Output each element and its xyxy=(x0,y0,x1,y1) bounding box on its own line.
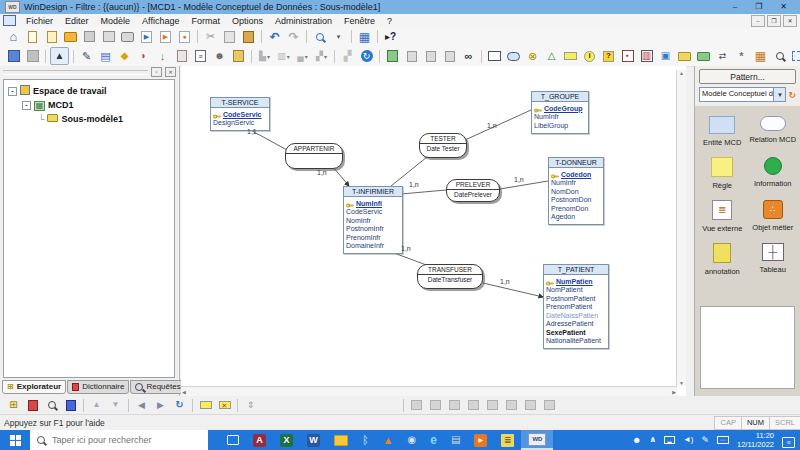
copy-document-icon[interactable] xyxy=(43,29,60,45)
page-next-icon[interactable] xyxy=(422,48,439,64)
tab-dictionnaire[interactable]: Dictionnaire xyxy=(67,380,129,394)
disabled-tool-5-icon[interactable] xyxy=(484,397,501,413)
paste-icon[interactable] xyxy=(240,29,257,45)
taskbar-vlc-icon[interactable]: ▲ xyxy=(376,430,401,450)
taskbar-printer-icon[interactable]: ▤ xyxy=(444,430,467,450)
distribute-icon[interactable]: ▞▾ xyxy=(313,48,330,64)
taskbar-file-explorer-icon[interactable] xyxy=(327,430,355,450)
auto-layout-icon[interactable]: ▤ xyxy=(97,48,114,64)
disabled-tool-1-icon[interactable] xyxy=(408,397,425,413)
relation-PRELEVER[interactable]: PRELEVERDatePrelever xyxy=(446,179,500,202)
draw-pen-icon[interactable]: ✎ xyxy=(78,48,95,64)
palette-item-tableau[interactable]: ┼Tableau xyxy=(748,239,799,278)
tree-item-mcd1[interactable]: - ▦ MCD1 xyxy=(4,98,174,112)
diagram-canvas[interactable]: T-SERVICECodeServicDesignServicT_GROUPEC… xyxy=(181,66,686,396)
search-input[interactable] xyxy=(50,434,184,446)
panel-grip[interactable] xyxy=(3,70,148,75)
menu-editer[interactable]: Editer xyxy=(59,16,95,26)
move-down-icon[interactable]: ▼ xyxy=(107,397,124,413)
relation-TRANSFUSER[interactable]: TRANSFUSERDateTransfuser xyxy=(417,264,483,289)
new-inheritance-icon[interactable]: △ xyxy=(543,48,560,64)
new-table-icon[interactable]: ▥ xyxy=(638,48,655,64)
collapse-icon[interactable]: - xyxy=(22,101,31,110)
new-link-icon[interactable]: ▪ xyxy=(619,48,636,64)
pattern-type-dropdown[interactable]: Modèle Conceptuel de Dor ▼ xyxy=(699,87,786,102)
print-icon[interactable] xyxy=(119,29,136,45)
tray-expand-icon[interactable]: ∧ xyxy=(649,436,656,444)
relation-APPARTENIR[interactable]: APPARTENIR xyxy=(285,143,343,169)
taskbar-word-icon[interactable]: W xyxy=(300,430,327,450)
tray-keyboard-icon[interactable]: ⋯ xyxy=(717,436,729,444)
zoom-icon[interactable] xyxy=(311,29,328,45)
copy-reference-icon[interactable]: ⇄ xyxy=(714,48,731,64)
undo-icon[interactable]: ↶ xyxy=(266,29,283,45)
palette-item-objet-metier[interactable]: ∴Objet métier xyxy=(748,196,799,235)
collapse-icon[interactable]: - xyxy=(8,87,17,96)
dictionary-book-icon[interactable] xyxy=(24,397,41,413)
tab-explorateur[interactable]: ⊞Explorateur xyxy=(2,380,66,394)
palette-item-information[interactable]: Information xyxy=(748,153,799,192)
entity-T_GROUPE[interactable]: T_GROUPECodeGroupNumInfrLibelGroup xyxy=(531,91,589,134)
taskbar-excel-icon[interactable]: X xyxy=(273,430,300,450)
import-model-icon[interactable]: ▶ xyxy=(138,29,155,45)
tree-item-sous-modele1[interactable]: └ Sous-modèle1 xyxy=(4,112,174,126)
menu-affichage[interactable]: Affichage xyxy=(136,16,185,26)
disabled-tool-7-icon[interactable] xyxy=(522,397,539,413)
taskbar-clock[interactable]: 11:20 12/11/2022 xyxy=(737,431,774,449)
scroll-right-icon[interactable]: ▶ xyxy=(672,389,676,395)
apply-style-icon[interactable]: ↓ xyxy=(154,48,171,64)
nav-back-icon[interactable]: ◀ xyxy=(133,397,150,413)
resize-same-icon[interactable]: ▞ xyxy=(339,48,356,64)
zoom-selection-icon[interactable] xyxy=(790,48,800,64)
maximize-button[interactable]: ❐ xyxy=(755,0,762,14)
tray-volume-icon[interactable]: ◄) xyxy=(683,436,694,444)
taskbar-search[interactable] xyxy=(30,430,208,450)
cut-icon[interactable]: ✂ xyxy=(202,29,219,45)
taskbar-photos-icon[interactable]: ◉ xyxy=(401,430,424,450)
requests-book-icon[interactable] xyxy=(62,397,79,413)
palette-item-annotation[interactable]: annotation xyxy=(697,239,748,278)
page-prev-icon[interactable] xyxy=(403,48,420,64)
tray-people-icon[interactable]: ☻ xyxy=(632,436,641,445)
zoom-dropdown-icon[interactable]: ▾ xyxy=(330,29,347,45)
menu-fentre[interactable]: Fenêtre xyxy=(338,16,381,26)
taskbar-windesign-icon[interactable]: WD xyxy=(521,430,553,450)
tray-network-icon[interactable]: ▂ xyxy=(664,436,675,444)
search-icon[interactable] xyxy=(771,48,788,64)
model-explorer-icon[interactable] xyxy=(5,48,22,64)
disabled-tool-6-icon[interactable] xyxy=(503,397,520,413)
publish-web-icon[interactable]: ● xyxy=(176,29,193,45)
select-cursor-icon[interactable]: ▲ xyxy=(50,47,69,65)
scroll-down-icon[interactable]: ▼ xyxy=(679,380,684,386)
align-middle-icon[interactable]: ▥▾ xyxy=(275,48,292,64)
scroll-left-icon[interactable]: ◀ xyxy=(182,389,186,395)
tray-pen-icon[interactable]: ✎ xyxy=(701,436,709,445)
menu-fichier[interactable]: Fichier xyxy=(20,16,59,26)
home-icon[interactable]: ⌂ xyxy=(5,29,22,45)
menu-format[interactable]: Format xyxy=(185,16,226,26)
properties-form-icon[interactable]: ≡ xyxy=(192,48,209,64)
clipboard-small-icon[interactable] xyxy=(173,48,190,64)
close-button[interactable]: ✕ xyxy=(780,0,787,14)
hide-labels-icon[interactable]: ✕ xyxy=(216,397,233,413)
mdi-minimize-button[interactable]: – xyxy=(751,15,765,27)
grid-icon[interactable]: ▦ xyxy=(356,29,373,45)
save-icon[interactable] xyxy=(81,29,98,45)
new-association-icon[interactable]: ⊗ xyxy=(524,48,541,64)
panel-float-button[interactable]: ▫ xyxy=(151,67,162,77)
move-up-icon[interactable]: ▲ xyxy=(88,397,105,413)
folder-yellow-icon[interactable] xyxy=(676,48,693,64)
menu-modle[interactable]: Modèle xyxy=(95,16,137,26)
context-help-icon[interactable]: ▸? xyxy=(382,29,399,45)
new-information-icon[interactable]: i xyxy=(581,48,598,64)
new-document-icon[interactable] xyxy=(24,29,41,45)
navigate-icon[interactable]: ↻ xyxy=(358,48,375,64)
notebook-icon[interactable] xyxy=(230,48,247,64)
taskbar-media-player-icon[interactable]: ▶ xyxy=(467,430,494,450)
new-entity-icon[interactable] xyxy=(486,48,503,64)
nav-forward-icon[interactable]: ▶ xyxy=(152,397,169,413)
chevron-down-icon[interactable]: ▼ xyxy=(773,88,785,101)
new-label-icon[interactable] xyxy=(562,48,579,64)
taskbar-edge-icon[interactable]: e xyxy=(423,430,444,450)
entity-T-INFIRMIER[interactable]: T-INFIRMIERNumInfiCodeServicNomInfrPostn… xyxy=(343,186,403,254)
